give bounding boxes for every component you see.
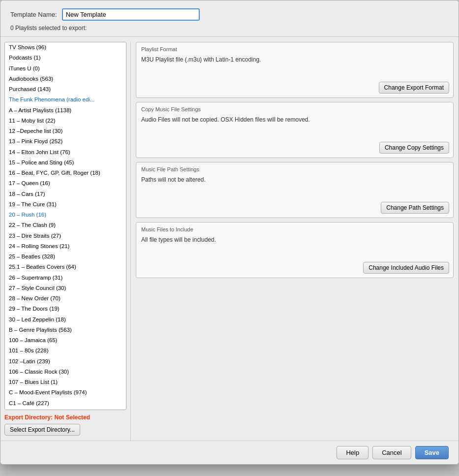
save-button[interactable]: Save [415,446,449,459]
path-settings-title: Music File Path Settings [141,166,448,172]
change-path-settings-button[interactable]: Change Path Settings [381,202,449,214]
help-button[interactable]: Help [337,446,368,459]
change-export-format-button[interactable]: Change Export Format [379,82,449,94]
playlist-list-item[interactable]: 16 – Beat, FYC, GP, Gift, Roger (18) [5,168,126,178]
playlist-list-item[interactable]: 17 – Queen (16) [5,178,126,189]
playlist-list-item[interactable]: A – Artist Playlists (1138) [5,105,126,116]
playlist-format-section: Playlist Format M3U Playlist file (.m3u)… [136,42,454,98]
playlist-list-item[interactable]: 25.1 – Beatles Covers (64) [5,262,126,272]
change-included-audio-files-button[interactable]: Change Included Audio Files [363,262,449,274]
export-dir-prefix: Export Directory: [4,414,53,421]
playlist-list-item[interactable]: Purchased (143) [5,84,126,95]
playlist-format-title: Playlist Format [141,46,448,52]
export-dir-value: Not Selected [54,414,90,421]
dialog-body: TV Shows (96)Podcasts (1)iTunes U (0)Aud… [0,37,459,441]
playlist-list-item[interactable]: B – Genre Playlists (563) [5,325,126,335]
playlist-list-item[interactable]: C – Mood-Event Playlists (974) [5,387,126,398]
export-dir-row: Export Directory: Not Selected Select Ex… [0,410,130,436]
playlist-list-item[interactable]: 29 – The Doors (19) [5,304,126,314]
path-settings-section: Music File Path Settings Paths will not … [136,162,454,218]
playlist-list-item[interactable]: 13 – Pink Floyd (252) [5,136,126,147]
new-template-dialog: Template Name: 0 Playlists selected to e… [0,0,459,465]
template-name-input[interactable] [62,8,200,21]
playlist-list-item[interactable]: 19 – The Cure (31) [5,199,126,210]
playlist-list-item[interactable]: 30 – Led Zeppelin (18) [5,315,126,325]
audio-files-title: Music Files to Include [141,226,448,232]
select-export-directory-button[interactable]: Select Export Directory... [4,424,80,436]
playlist-list-item[interactable]: 100 – Jamaica (65) [5,335,126,346]
playlist-list[interactable]: TV Shows (96)Podcasts (1)iTunes U (0)Aud… [4,42,126,410]
playlist-list-item[interactable]: 23 – Dire Straits (27) [5,231,126,241]
playlist-list-item[interactable]: Audiobooks (563) [5,74,126,84]
playlist-list-item[interactable]: 14 – Elton John List (76) [5,147,126,158]
playlist-list-item[interactable]: iTunes U (0) [5,63,126,74]
playlist-list-item[interactable]: Podcasts (1) [5,53,126,63]
playlist-list-item[interactable]: C1 – Café (227) [5,398,126,409]
template-name-label: Template Name: [10,11,57,18]
playlist-list-item[interactable]: 26 – Supertramp (31) [5,273,126,283]
playlist-list-item[interactable]: 107 – Blues List (1) [5,377,126,387]
playlist-list-item[interactable]: 20 – Rush (16) [5,210,126,220]
playlist-list-item[interactable]: 11 – Moby list (22) [5,116,126,126]
playlist-list-item[interactable]: 102 –Latin (239) [5,356,126,367]
export-dir-label: Export Directory: Not Selected [4,414,126,421]
playlist-list-item[interactable]: 28 – New Order (70) [5,293,126,304]
playlist-list-item[interactable]: 15 – Police and Sting (45) [5,158,126,168]
export-dir-not-selected: Not Selected [54,414,90,421]
playlist-list-item[interactable]: 22 – The Clash (9) [5,220,126,230]
playlist-list-item[interactable]: 18 – Cars (17) [5,189,126,199]
copy-settings-title: Copy Music File Settings [141,106,448,112]
dialog-footer: Help Cancel Save [0,441,459,464]
copy-settings-section: Copy Music File Settings Audio Files wil… [136,102,454,158]
change-copy-settings-button[interactable]: Change Copy Settings [379,142,449,154]
playlist-list-item[interactable]: 101 – 80s (228) [5,346,126,356]
playlist-panel: TV Shows (96)Podcasts (1)iTunes U (0)Aud… [0,42,131,441]
playlist-list-item[interactable]: 12 –Depeche list (30) [5,126,126,136]
audio-files-section: Music Files to Include All file types wi… [136,222,454,278]
playlist-list-item[interactable]: TV Shows (96) [5,42,126,53]
playlist-list-item[interactable]: 27 – Style Council (30) [5,283,126,293]
playlists-count: 0 Playlists selected to export: [10,25,449,32]
playlist-list-item[interactable]: 106 – Classic Rock (30) [5,367,126,377]
playlist-list-item[interactable]: 25 – Beatles (328) [5,252,126,262]
dialog-header: Template Name: 0 Playlists selected to e… [0,0,459,37]
cancel-button[interactable]: Cancel [372,446,411,459]
playlist-list-item[interactable]: The Funk Phenomena (radio edi... [5,95,126,105]
template-name-row: Template Name: [10,8,449,21]
settings-panel: Playlist Format M3U Playlist file (.m3u)… [131,42,459,441]
playlist-list-item[interactable]: 24 – Rolling Stones (21) [5,241,126,252]
